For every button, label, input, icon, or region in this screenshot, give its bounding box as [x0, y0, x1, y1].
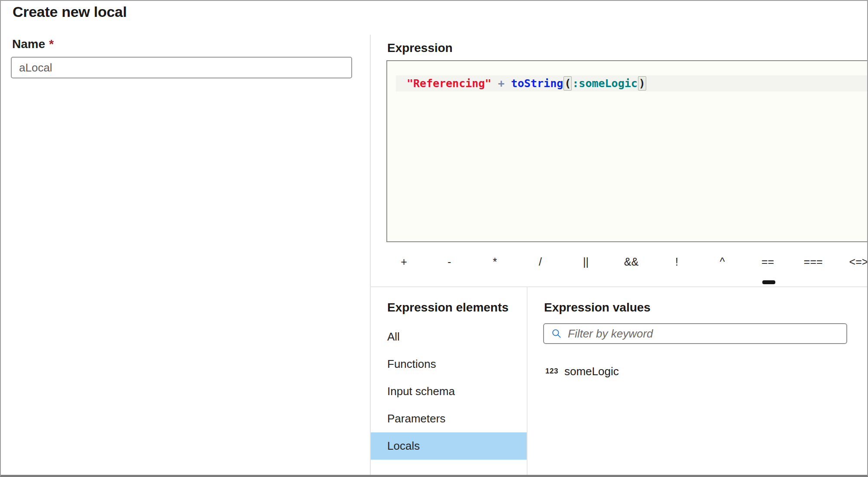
name-label-text: Name	[12, 37, 45, 51]
code-token-string: "Referencing"	[407, 77, 492, 90]
operator-button[interactable]: ||	[563, 250, 609, 274]
section-divider-horizontal	[370, 286, 867, 287]
required-asterisk: *	[49, 37, 54, 51]
operator-button[interactable]: *	[472, 250, 518, 274]
expression-values-header: Expression values	[544, 301, 651, 315]
code-token-function: toString	[511, 77, 563, 90]
value-row-someLogic[interactable]: 123someLogic	[543, 359, 846, 384]
code-token-bracket: (	[564, 76, 572, 91]
name-label: Name*	[12, 37, 54, 51]
expression-label: Expression	[387, 41, 453, 55]
filter-box	[543, 323, 847, 344]
elements-tab-all[interactable]: All	[371, 323, 527, 350]
operator-shortcut-row: +-*/||&&!^=====<=>	[381, 250, 868, 274]
expression-elements-list: AllFunctionsInput schemaParametersLocals	[371, 323, 527, 460]
operator-button[interactable]: ==	[745, 250, 790, 274]
expression-code-editor[interactable]: "Referencing" + toString(:someLogic)	[386, 60, 868, 242]
code-token-operator: +	[492, 77, 511, 90]
operator-button[interactable]: <=>	[836, 250, 868, 274]
operator-row-scrollbar-thumb[interactable]	[762, 280, 775, 284]
integer-type-icon: 123	[543, 367, 562, 376]
operator-button[interactable]: ===	[790, 250, 836, 274]
code-token-bracket: )	[638, 76, 646, 91]
value-name: someLogic	[564, 365, 619, 378]
elements-tab-parameters[interactable]: Parameters	[371, 405, 527, 432]
operator-button[interactable]: &&	[609, 250, 654, 274]
operator-button[interactable]: !	[654, 250, 700, 274]
operator-button[interactable]: +	[381, 250, 427, 274]
operator-button[interactable]: ^	[700, 250, 745, 274]
name-input[interactable]	[11, 57, 352, 78]
elements-tab-input-schema[interactable]: Input schema	[371, 378, 527, 405]
expression-code-line: "Referencing" + toString(:someLogic)	[407, 75, 647, 91]
code-token-local: :someLogic	[572, 77, 638, 90]
filter-keyword-input[interactable]	[568, 325, 846, 342]
create-new-local-dialog: Create new local Name* Expression "Refer…	[0, 0, 868, 477]
dialog-title: Create new local	[13, 3, 127, 20]
expression-values-list: 123someLogic	[543, 359, 846, 384]
operator-button[interactable]: -	[427, 250, 472, 274]
elements-tab-locals[interactable]: Locals	[371, 432, 527, 460]
elements-values-divider	[527, 286, 528, 475]
search-icon	[551, 328, 562, 339]
operator-button[interactable]: /	[518, 250, 563, 274]
elements-tab-functions[interactable]: Functions	[371, 350, 527, 378]
expression-elements-header: Expression elements	[387, 301, 508, 315]
